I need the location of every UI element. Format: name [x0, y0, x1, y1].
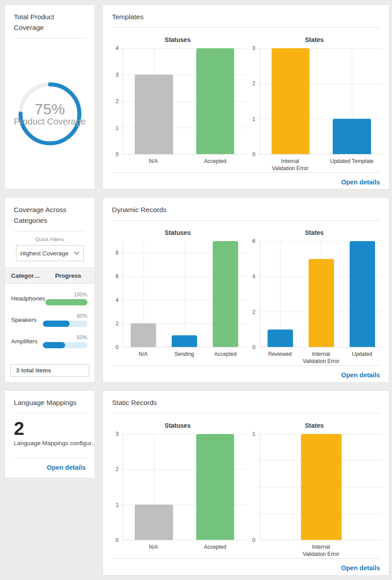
y-tick-label: 6 — [252, 238, 256, 244]
card-language-mappings: Language Mappings 2 Language Mappings co… — [4, 390, 95, 478]
column-header-progress: Progress — [55, 272, 81, 279]
x-axis-label: Sending — [164, 351, 205, 365]
y-axis: 0246 — [246, 241, 260, 347]
open-details-link[interactable]: Open details — [341, 371, 380, 379]
y-tick-label: 2 — [252, 309, 256, 315]
y-axis: 0123 — [109, 434, 123, 540]
card-title: Coverage Across Categories — [14, 204, 86, 226]
dynamic-records-statuses-chart: Statuses02468N/ASendingAccepted — [109, 225, 246, 365]
column-header-category: Categor… — [11, 272, 40, 279]
plot-area — [123, 434, 246, 540]
y-tick-label: 2 — [116, 98, 119, 104]
progress-bar — [45, 299, 87, 305]
y-tick-label: 0 — [116, 537, 119, 543]
card-title: Total Product Coverage — [14, 12, 86, 33]
bar — [172, 335, 197, 347]
card-footer: Open details — [14, 458, 86, 478]
plot-area — [123, 241, 246, 347]
x-axis-label: Updated — [342, 351, 383, 365]
card-total-product-coverage: Total Product Coverage 75% Product Cover… — [4, 4, 95, 189]
chart-title: Statuses — [109, 36, 246, 43]
plot-area — [260, 241, 383, 347]
progress-percent: 100% — [45, 292, 87, 298]
bar — [333, 119, 371, 154]
dynamic-records-states-chart: States0246ReviewedInternal Validation Er… — [246, 225, 383, 365]
x-axis-label: Accepted — [184, 158, 246, 172]
x-axis: Internal Validation ErrorUpdated Templat… — [260, 158, 383, 172]
y-tick-label: 3 — [116, 431, 119, 437]
chart-title: States — [246, 36, 383, 43]
bar — [309, 259, 334, 347]
open-details-link[interactable]: Open details — [341, 179, 380, 186]
y-tick-label: 8 — [116, 250, 119, 256]
quick-filters-value: Highest Coverage — [20, 250, 68, 257]
progress-cell: 50% — [43, 334, 87, 348]
table-header: Categor… Progress — [5, 267, 95, 284]
card-footer: Open details — [112, 172, 380, 192]
x-axis-label: Accepted — [184, 544, 246, 558]
y-tick-label: 4 — [116, 297, 119, 303]
progress-cell: 60% — [43, 313, 87, 327]
y-tick-label: 0 — [252, 344, 256, 351]
bar — [213, 241, 238, 347]
card-footer: Open details — [112, 558, 380, 578]
chart-title: Statuses — [109, 422, 246, 429]
x-axis-label: Accepted — [205, 351, 246, 365]
card-title: Dynamic Records — [112, 204, 380, 215]
language-mappings-count: 2 — [5, 413, 95, 438]
y-tick-label: 3 — [252, 45, 256, 51]
x-axis-label: N/A — [123, 351, 164, 365]
chart-title: Statuses — [109, 229, 246, 236]
progress-percent: 60% — [43, 313, 87, 319]
x-axis: N/AAccepted — [123, 544, 246, 558]
open-details-link[interactable]: Open details — [341, 564, 380, 572]
y-tick-label: 1 — [252, 431, 256, 437]
chart-title: States — [246, 229, 383, 236]
category-label: Speakers — [11, 317, 37, 323]
y-axis: 0123 — [246, 48, 260, 154]
chevron-down-icon — [74, 251, 79, 255]
table-row: Speakers60% — [5, 313, 95, 327]
category-table: Headphones100%Speakers60%Amplifiers50% — [5, 284, 95, 348]
y-tick-label: 0 — [252, 537, 256, 543]
total-items-box: 3 total items — [10, 364, 89, 377]
plot-area — [123, 48, 246, 154]
progress-bar — [43, 342, 87, 348]
y-tick-label: 2 — [116, 321, 119, 327]
language-mappings-caption: Language Mappings configur… — [5, 438, 95, 446]
templates-statuses-chart: Statuses01234N/AAccepted — [109, 32, 246, 172]
y-tick-label: 1 — [116, 502, 119, 508]
y-tick-label: 4 — [252, 273, 256, 280]
bar — [268, 330, 293, 347]
y-tick-label: 1 — [116, 125, 119, 131]
bar — [350, 241, 375, 347]
card-templates: Templates Statuses01234N/AAccepted State… — [103, 4, 389, 189]
progress-cell: 100% — [45, 292, 87, 305]
y-tick-label: 1 — [252, 116, 256, 122]
x-axis: N/AAccepted — [123, 158, 246, 172]
x-axis-label: N/A — [123, 158, 184, 172]
progress-percent: 50% — [43, 334, 87, 341]
bar — [301, 434, 342, 540]
card-title: Static Records — [112, 397, 380, 408]
card-footer: Open details — [112, 365, 380, 385]
bar — [272, 48, 309, 154]
quick-filters-select[interactable]: Highest Coverage — [16, 245, 84, 261]
open-details-link[interactable]: Open details — [47, 464, 86, 471]
card-title: Language Mappings — [14, 397, 86, 408]
table-row: Amplifiers50% — [5, 334, 95, 348]
card-title: Templates — [112, 12, 380, 22]
x-axis-label: N/A — [123, 544, 184, 558]
x-axis: ReviewedInternal Validation ErrorUpdated — [260, 351, 383, 365]
x-axis-label: Internal Validation Error — [260, 544, 383, 558]
x-axis: Internal Validation Error — [260, 544, 383, 558]
table-row: Headphones100% — [5, 292, 95, 305]
static-records-statuses-chart: Statuses0123N/AAccepted — [109, 418, 246, 558]
bar — [135, 75, 173, 154]
y-tick-label: 0 — [252, 151, 256, 158]
y-tick-label: 2 — [252, 80, 256, 87]
x-axis-label: Internal Validation Error — [260, 158, 321, 172]
y-axis: 02468 — [109, 241, 123, 347]
y-tick-label: 0 — [116, 344, 119, 351]
x-axis-label: Reviewed — [260, 351, 301, 365]
